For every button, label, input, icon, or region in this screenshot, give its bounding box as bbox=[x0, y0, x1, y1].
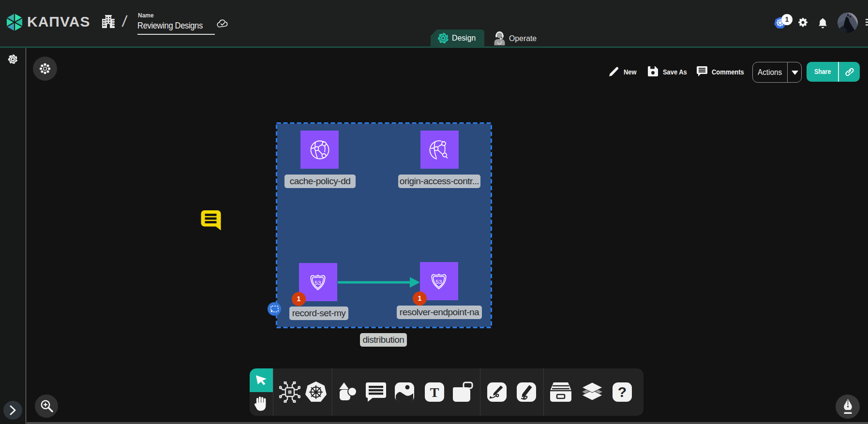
svg-text:53: 53 bbox=[436, 279, 442, 285]
svg-text:T: T bbox=[430, 385, 439, 400]
svg-text:53: 53 bbox=[315, 280, 321, 286]
svg-text:?: ? bbox=[618, 384, 627, 400]
